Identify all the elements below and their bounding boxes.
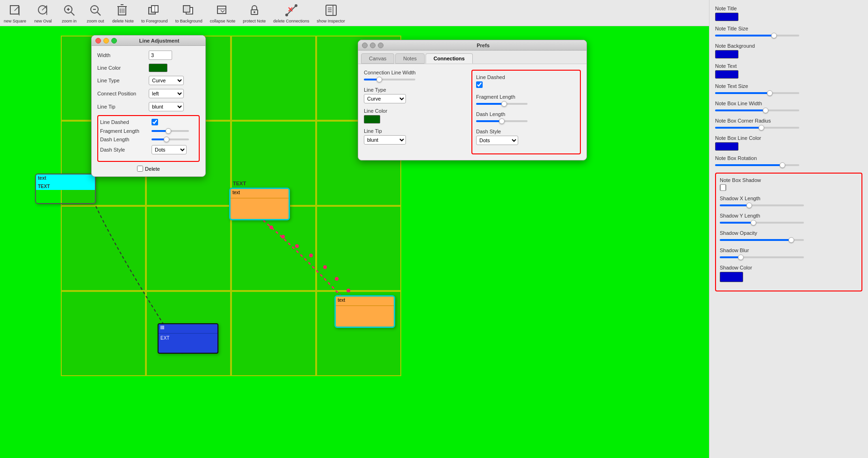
prefs-right-panel: Line Dashed Fragment Length Dash Length [471,70,581,154]
orange-note-1[interactable]: text [229,188,290,220]
dialog-content: Width Line Color Line Type Curve Straigh… [92,46,205,176]
svg-point-28 [253,11,255,13]
width-input[interactable] [149,51,172,60]
shadow-color-label: Shadow Color [720,265,858,270]
toolbar-delete-note-label: delete Note [112,19,134,23]
note-box-corner-radius-label: Note Box Corner Radius [715,118,862,124]
note-text-size-slider[interactable] [715,90,799,96]
line-tip-label: Line Tip [97,104,149,109]
shadow-blur-slider[interactable] [720,254,804,260]
shadow-color-row: Shadow Color [720,265,858,282]
note-box-corner-radius-slider[interactable] [715,125,799,131]
dialog-title: Line Adjustment [117,38,202,44]
new-square-icon [7,3,22,18]
svg-point-31 [295,4,297,7]
toolbar-new-square[interactable]: new Square [4,3,26,23]
prefs-dash-length-row: Dash Length [476,111,576,124]
note-background-label: Note Background [715,43,862,49]
prefs-maximize-button[interactable] [378,43,383,48]
note-background-color[interactable] [715,50,738,58]
shadow-y-length-slider[interactable] [720,220,804,225]
toolbar-new-oval[interactable]: new Oval [34,3,52,23]
delete-label-text: Delete [145,166,160,172]
dash-length-slider[interactable] [152,137,189,142]
prefs-dash-length-slider[interactable] [476,118,528,124]
toolbar-to-foreground[interactable]: to Foreground [141,3,168,23]
note-title-size-slider[interactable] [715,33,799,38]
maximize-button[interactable] [111,38,117,44]
dash-style-row: Dash Style Dots Dashes Dash-Dot [100,145,197,154]
prefs-line-dashed-checkbox[interactable] [476,81,483,88]
cyan-note[interactable]: text TEXT [35,174,96,204]
grid-cell [61,291,146,376]
shadow-opacity-slider[interactable] [720,237,804,243]
note-title-size-label: Note Title Size [715,26,862,31]
traffic-lights [95,38,117,44]
shadow-x-length-slider[interactable] [720,203,804,208]
note-box-line-color-swatch[interactable] [715,142,738,151]
prefs-line-type-select[interactable]: Curve Straight Orthogonal [364,94,406,103]
prefs-line-color-swatch[interactable] [364,115,380,124]
conn-line-width-slider[interactable] [364,77,415,82]
note-text-size-label: Note Text Size [715,83,862,89]
tab-connections[interactable]: Connections [426,53,473,64]
prefs-minimize-button[interactable] [370,43,376,48]
grid-cell [231,36,316,121]
svg-rect-0 [10,6,19,14]
tab-canvas[interactable]: Canvas [361,53,394,64]
dash-style-select[interactable]: Dots Dashes Dash-Dot [152,145,187,154]
toolbar-to-background[interactable]: to Background [175,3,203,23]
toolbar-delete-note[interactable]: delete Note [112,3,134,23]
prefs-dash-style-select[interactable]: Dots Dashes Dash-Dot [476,136,518,145]
grid-cell [316,206,401,291]
prefs-line-color-label: Line Color [364,108,464,114]
toolbar-delete-connections[interactable]: delete Connections [273,3,309,23]
line-tip-select[interactable]: blunt arrow filled arrow [149,102,184,111]
prefs-body: Connection Line Width Line Type Curve St… [358,64,586,160]
line-color-swatch[interactable] [149,64,167,72]
minimize-button[interactable] [103,38,109,44]
toolbar-show-inspector[interactable]: show Inspector [317,3,345,23]
prefs-line-color-row: Line Color [364,108,464,124]
line-type-select[interactable]: Curve Straight Orthogonal [149,76,184,85]
delete-checkbox[interactable] [137,166,143,172]
close-button[interactable] [95,38,101,44]
shadow-color-swatch[interactable] [720,272,743,282]
note-box-shadow-checkbox-container [720,184,726,191]
fragment-length-slider[interactable] [152,128,189,134]
cyan-note-body: TEXT [36,183,95,190]
prefs-line-tip-select[interactable]: blunt arrow filled arrow [364,135,406,145]
note-title-color[interactable] [715,13,738,21]
prefs-fragment-length-slider[interactable] [476,101,528,107]
note-text-color[interactable] [715,70,738,79]
toolbar-to-background-label: to Background [175,19,203,23]
note-box-shadow-row: Note Box Shadow [720,177,858,191]
prefs-titlebar: Prefs [358,40,586,51]
toolbar-to-foreground-label: to Foreground [141,19,168,23]
note-box-rotation-slider[interactable] [715,162,799,168]
prefs-dash-style-label: Dash Style [476,129,576,134]
toolbar-zoom-out[interactable]: zoom out [86,3,105,23]
shadow-opacity-row: Shadow Opacity [720,230,858,243]
toolbar-collapse-note-label: collapse Note [210,19,236,23]
connect-position-select[interactable]: left right top bottom [149,89,184,98]
blue-note[interactable]: III EXT [158,323,218,354]
prefs-close-button[interactable] [362,43,368,48]
cyan-note-header: text [36,174,95,183]
note-box-line-width-slider[interactable] [715,108,799,113]
orange-note-2-body [336,306,394,310]
toolbar-collapse-note[interactable]: collapse Note [210,3,236,23]
toolbar-zoom-out-label: zoom out [87,19,104,23]
note-title-label: Note Title [715,6,862,11]
svg-rect-24 [217,6,226,14]
note-box-shadow-checkbox[interactable] [720,184,726,191]
line-dashed-row: Line Dashed [100,119,197,125]
note-box-line-color-label: Note Box Line Color [715,135,862,141]
line-dashed-checkbox[interactable] [152,119,158,125]
orange-note-2[interactable]: text [334,295,395,328]
shadow-x-length-row: Shadow X Length [720,196,858,208]
toolbar-protect-note[interactable]: protect Note [243,3,266,23]
tab-notes[interactable]: Notes [395,53,425,64]
toolbar-zoom-in[interactable]: zoom in [60,3,79,23]
connect-position-row: Connect Position left right top bottom [97,89,200,98]
